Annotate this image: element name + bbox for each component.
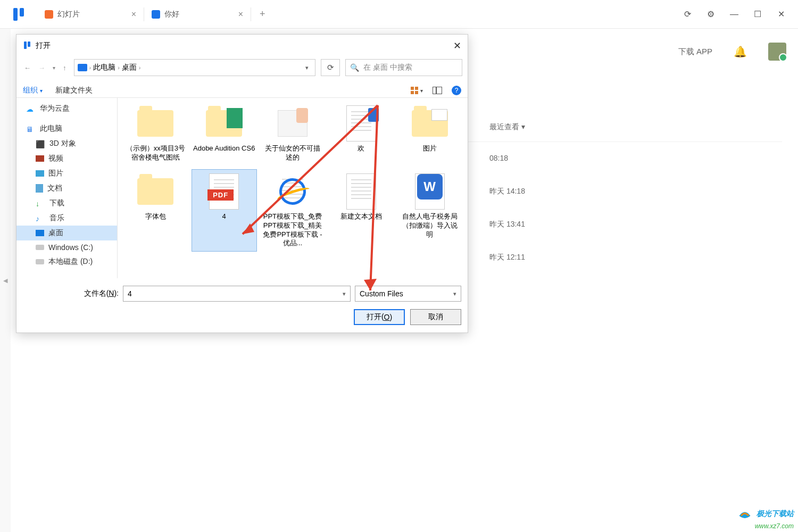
file-item[interactable]: 图片 <box>397 101 462 166</box>
breadcrumb-segment[interactable]: 桌面 <box>122 63 137 72</box>
file-name: 新建文本文档 <box>340 212 382 221</box>
file-item[interactable]: 新建文本文档 <box>328 169 394 252</box>
tree-item[interactable]: 🖥此电脑 <box>16 121 117 136</box>
open-button[interactable]: 打开(O) <box>354 309 405 325</box>
tree-item[interactable]: ☁华为云盘 <box>16 101 117 116</box>
dialog-nav: ← → ▾ ↑ › 此电脑 › 桌面 › ▾ ⟳ 🔍 在 桌面 中搜索 <box>16 57 468 81</box>
breadcrumb-root[interactable]: 此电脑 <box>93 63 115 72</box>
organize-menu[interactable]: 组织 ▾ <box>23 86 43 95</box>
file-type-filter[interactable]: Custom Files▾ <box>355 286 461 302</box>
file-item[interactable]: 欢 <box>328 101 394 166</box>
filename-label: 文件名(N): <box>23 289 119 298</box>
breadcrumb-sep: › <box>118 64 120 71</box>
tree-label: 此电脑 <box>40 124 62 134</box>
maximize-button[interactable]: ☐ <box>752 9 763 20</box>
chevron-down-icon[interactable]: ▾ <box>343 290 346 297</box>
file-name: PPT模板下载_免费PPT模板下载_精美免费PPT模板下载 - 优品... <box>262 212 324 248</box>
tab-slides[interactable]: 幻灯片 × <box>37 0 144 28</box>
file-thumb: PDF <box>203 173 245 210</box>
file-item[interactable]: PPT模板下载_免费PPT模板下载_精美免费PPT模板下载 - 优品... <box>260 169 326 252</box>
cancel-button[interactable]: 取消 <box>410 309 461 325</box>
file-name: 关于仙女的不可描述的 <box>262 144 324 162</box>
back-button[interactable]: ← <box>24 64 31 72</box>
close-button[interactable]: ✕ <box>776 9 786 20</box>
close-icon[interactable]: × <box>131 10 136 19</box>
titlebar: 幻灯片 × 你好 × + ⟳ ⚙ — ☐ ✕ <box>0 0 798 29</box>
filename-input[interactable]: 4▾ <box>123 286 351 302</box>
tree-label: 文档 <box>47 184 62 193</box>
tree-icon <box>36 155 44 162</box>
file-item[interactable]: 关于仙女的不可描述的 <box>260 101 326 166</box>
up-button[interactable]: ↑ <box>63 64 66 72</box>
file-name: （示例）xx项目3号宿舍楼电气图纸 <box>124 144 187 162</box>
tree-item[interactable]: ⬛3D 对象 <box>16 136 117 151</box>
dialog-titlebar: 打开 ✕ <box>16 35 468 57</box>
sync-icon[interactable]: ⟳ <box>682 9 693 20</box>
header-right: 下载 APP 🔔 <box>678 43 786 61</box>
nav-tree: ☁华为云盘🖥此电脑⬛3D 对象视频图片文档↓下载♪音乐桌面Windows (C:… <box>16 98 118 278</box>
tree-item[interactable]: ↓下载 <box>16 196 117 211</box>
view-mode-button[interactable]: ▾ <box>411 87 423 94</box>
tree-item[interactable]: Windows (C:) <box>16 240 117 254</box>
address-bar[interactable]: › 此电脑 › 桌面 › ▾ <box>74 59 316 76</box>
tab-hello[interactable]: 你好 × <box>144 0 251 28</box>
tree-label: 华为云盘 <box>40 104 70 113</box>
tree-icon <box>36 259 44 264</box>
notifications-icon[interactable]: 🔔 <box>734 45 747 58</box>
watermark: 极光下载站 www.xz7.com <box>737 506 794 530</box>
close-icon[interactable]: × <box>238 10 243 19</box>
tree-label: 桌面 <box>48 228 63 238</box>
help-icon[interactable]: ? <box>452 86 461 95</box>
watermark-title: 极光下载站 <box>757 509 794 518</box>
chevron-down-icon[interactable]: ▾ <box>453 290 456 297</box>
tree-item[interactable]: 桌面 <box>16 226 117 240</box>
file-thumb <box>340 173 382 210</box>
tree-item[interactable]: ♪音乐 <box>16 211 117 226</box>
tree-label: 音乐 <box>49 213 64 223</box>
nav-arrows: ← → ▾ ↑ <box>22 64 69 72</box>
tree-item[interactable]: 本地磁盘 (D:) <box>16 254 117 269</box>
recent-dropdown[interactable]: ▾ <box>53 65 55 71</box>
breadcrumb-sep: › <box>89 64 92 71</box>
tree-icon: 🖥 <box>26 125 36 132</box>
watermark-url: www.xz7.com <box>755 522 794 530</box>
ppt-icon <box>45 10 53 19</box>
new-folder-button[interactable]: 新建文件夹 <box>55 86 93 95</box>
file-thumb <box>340 105 382 142</box>
tree-item[interactable]: 文档 <box>16 181 117 196</box>
avatar[interactable] <box>768 43 786 61</box>
forward-button[interactable]: → <box>38 64 45 72</box>
file-thumb <box>409 105 451 142</box>
file-item[interactable]: PDF4 <box>192 169 257 252</box>
refresh-button[interactable]: ⟳ <box>321 59 340 76</box>
file-item[interactable]: Adobe Audition CS6 <box>192 101 257 166</box>
tree-label: Windows (C:) <box>48 243 93 252</box>
tree-item[interactable]: 图片 <box>16 166 117 181</box>
file-grid: （示例）xx项目3号宿舍楼电气图纸Adobe Audition CS6关于仙女的… <box>118 98 468 278</box>
doc-icon <box>152 10 160 19</box>
tree-icon: ♪ <box>36 214 45 222</box>
svg-rect-3 <box>28 41 30 47</box>
file-item[interactable]: （示例）xx项目3号宿舍楼电气图纸 <box>123 101 188 166</box>
preview-pane-button[interactable] <box>433 87 442 94</box>
side-collapse-handle[interactable]: ◀ <box>0 29 11 532</box>
download-app-link[interactable]: 下载 APP <box>678 47 712 57</box>
search-input[interactable]: 🔍 在 桌面 中搜索 <box>345 59 462 76</box>
file-item[interactable]: W自然人电子税务局（扣缴端）导入说明 <box>397 169 462 252</box>
dialog-close-button[interactable]: ✕ <box>453 40 461 52</box>
dialog-toolbar: 组织 ▾ 新建文件夹 ▾ ? <box>16 81 468 97</box>
app-logo[interactable] <box>0 6 37 23</box>
minimize-button[interactable]: — <box>729 9 739 20</box>
pc-icon <box>78 64 87 71</box>
file-name: 欢 <box>358 144 364 153</box>
settings-icon[interactable]: ⚙ <box>705 9 716 20</box>
dialog-title: 打开 <box>36 41 51 51</box>
col-recent[interactable]: 最近查看 ▾ <box>489 122 622 132</box>
dialog-body: ☁华为云盘🖥此电脑⬛3D 对象视频图片文档↓下载♪音乐桌面Windows (C:… <box>16 97 468 278</box>
tree-label: 3D 对象 <box>49 139 76 148</box>
tree-item[interactable]: 视频 <box>16 151 117 166</box>
address-dropdown-icon[interactable]: ▾ <box>302 64 312 71</box>
dialog-footer: 文件名(N): 4▾ Custom Files▾ 打开(O) 取消 <box>16 278 468 332</box>
new-tab-button[interactable]: + <box>251 9 274 20</box>
file-item[interactable]: 字体包 <box>123 169 188 252</box>
